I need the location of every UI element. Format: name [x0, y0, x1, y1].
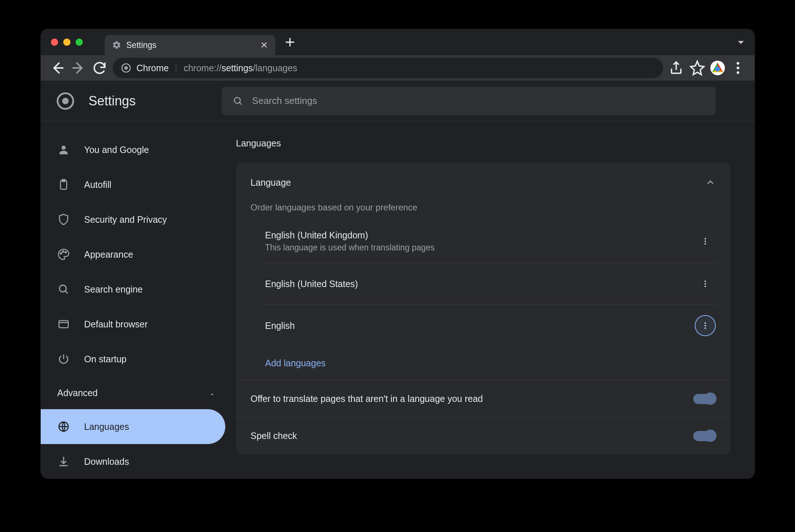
svg-point-17: [705, 243, 706, 245]
sidebar-item-label: On startup: [84, 354, 127, 364]
download-icon: [57, 455, 70, 468]
spellcheck-toggle[interactable]: [693, 431, 716, 441]
language-header-label: Language: [251, 177, 291, 188]
sidebar-item-security[interactable]: Security and Privacy: [41, 202, 225, 237]
svg-point-10: [62, 251, 64, 252]
profile-avatar[interactable]: [710, 61, 725, 75]
svg-point-23: [705, 327, 706, 329]
svg-point-16: [705, 241, 706, 242]
gear-icon: [112, 40, 121, 50]
language-name: English (United States): [265, 279, 358, 289]
add-languages-button[interactable]: Add languages: [236, 346, 730, 380]
svg-rect-8: [62, 180, 65, 182]
language-row: English: [265, 305, 716, 346]
sidebar-item-label: Default browser: [84, 319, 148, 330]
page-title: Settings: [89, 93, 136, 109]
tab-strip: Settings ✕: [41, 29, 755, 55]
svg-point-12: [59, 285, 66, 292]
sidebar-item-label: Appearance: [84, 249, 133, 260]
page-header: Settings Search settings: [41, 81, 755, 121]
maximize-window-button[interactable]: [76, 39, 83, 46]
address-bar[interactable]: Chrome chrome://settings/languages: [113, 58, 663, 78]
svg-point-15: [705, 238, 706, 239]
globe-icon: [57, 420, 70, 433]
close-window-button[interactable]: [51, 39, 58, 46]
omnibox-divider: [176, 63, 176, 73]
section-title: Languages: [236, 138, 730, 149]
sidebar-item-label: Autofill: [84, 180, 112, 190]
settings-content: Languages Language Order languages based…: [236, 121, 755, 479]
search-placeholder: Search settings: [252, 95, 317, 106]
spellcheck-label: Spell check: [251, 431, 297, 441]
bookmark-button[interactable]: [689, 60, 705, 76]
svg-point-2: [737, 62, 739, 65]
browser-icon: [57, 318, 70, 330]
translate-toggle[interactable]: [693, 394, 716, 404]
svg-point-11: [65, 251, 66, 253]
traffic-lights: [51, 39, 83, 46]
power-icon: [57, 353, 70, 365]
svg-rect-13: [59, 321, 68, 328]
forward-button[interactable]: [70, 60, 86, 76]
sidebar-item-autofill[interactable]: Autofill: [41, 167, 225, 202]
sidebar-item-label: Security and Privacy: [84, 214, 167, 225]
sidebar-item-you-and-google[interactable]: You and Google: [41, 132, 225, 167]
svg-point-21: [705, 322, 706, 324]
share-button[interactable]: [668, 60, 684, 76]
translate-toggle-row: Offer to translate pages that aren't in …: [236, 380, 730, 417]
shield-icon: [57, 213, 70, 226]
sidebar-advanced-toggle[interactable]: Advanced: [41, 376, 236, 409]
language-more-button[interactable]: [695, 315, 716, 336]
caret-up-icon: [209, 389, 216, 396]
svg-point-1: [715, 67, 720, 72]
language-name: English (United Kingdom): [265, 230, 435, 241]
reload-button[interactable]: [92, 60, 108, 76]
sidebar-item-search-engine[interactable]: Search engine: [41, 272, 225, 307]
sidebar-item-languages[interactable]: Languages: [41, 409, 225, 444]
sidebar-item-default-browser[interactable]: Default browser: [41, 307, 225, 342]
language-more-button[interactable]: [695, 273, 716, 294]
tabs-dropdown-button[interactable]: [734, 35, 748, 49]
palette-icon: [57, 248, 70, 261]
svg-point-3: [737, 66, 739, 69]
settings-sidebar: You and Google Autofill Security and Pri…: [41, 121, 236, 479]
svg-point-4: [737, 71, 739, 74]
sidebar-item-appearance[interactable]: Appearance: [41, 237, 225, 272]
sidebar-item-label: Languages: [84, 422, 129, 432]
advanced-label: Advanced: [57, 388, 98, 398]
back-button[interactable]: [49, 60, 65, 76]
sidebar-item-label: You and Google: [84, 145, 149, 155]
language-card-header[interactable]: Language: [236, 162, 730, 202]
new-tab-button[interactable]: [283, 35, 297, 49]
settings-page: Settings Search settings You and Google …: [41, 81, 755, 479]
language-list: English (United Kingdom) This language i…: [236, 220, 730, 346]
order-hint-label: Order languages based on your preference: [236, 202, 730, 220]
language-row: English (United Kingdom) This language i…: [265, 220, 716, 263]
svg-point-6: [61, 146, 65, 150]
svg-point-18: [705, 281, 706, 282]
language-desc: This language is used when translating p…: [265, 243, 435, 253]
translate-label: Offer to translate pages that aren't in …: [251, 394, 483, 404]
language-row: English (United States): [265, 263, 716, 305]
sidebar-item-label: Search engine: [84, 284, 143, 295]
svg-point-20: [705, 286, 706, 287]
minimize-window-button[interactable]: [63, 39, 70, 46]
search-settings-input[interactable]: Search settings: [222, 87, 716, 115]
url-display: chrome://settings/languages: [183, 63, 297, 73]
chrome-logo-icon: [57, 92, 74, 110]
browser-tab[interactable]: Settings ✕: [105, 35, 275, 55]
person-icon: [57, 144, 70, 156]
close-tab-button[interactable]: ✕: [258, 37, 270, 53]
svg-point-9: [60, 253, 62, 254]
language-more-button[interactable]: [695, 231, 716, 252]
sidebar-item-downloads[interactable]: Downloads: [41, 444, 225, 479]
search-icon: [57, 283, 70, 295]
chrome-menu-button[interactable]: [730, 60, 746, 76]
svg-point-22: [705, 325, 706, 326]
sidebar-item-label: Downloads: [84, 456, 129, 467]
browser-toolbar: Chrome chrome://settings/languages: [41, 55, 755, 81]
language-card: Language Order languages based on your p…: [236, 162, 730, 454]
site-icon: [121, 63, 131, 73]
page-body: You and Google Autofill Security and Pri…: [41, 121, 755, 479]
sidebar-item-on-startup[interactable]: On startup: [41, 342, 225, 376]
